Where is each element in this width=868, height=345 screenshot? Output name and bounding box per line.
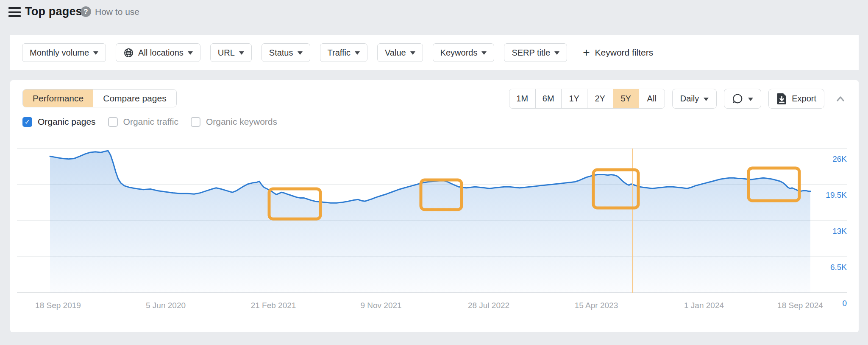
performance-card: 26K19.5K13K6.5K018 Sep 20195 Jun 202021 …	[10, 80, 859, 332]
keyword-filters-label: Keyword filters	[595, 48, 654, 58]
filter-keywords[interactable]: Keywords	[433, 43, 495, 62]
filter-label: Traffic	[328, 48, 351, 58]
granularity-dropdown[interactable]: Daily	[672, 89, 717, 109]
toggle-label: Organic keywords	[206, 117, 277, 127]
filter-status[interactable]: Status	[262, 43, 310, 62]
caret-down-icon	[554, 51, 559, 55]
card-toolbar: Performance Compare pages 1M 6M 1Y 2Y 5Y…	[10, 80, 859, 109]
y-axis-label: 26K	[832, 154, 847, 163]
plus-icon: +	[583, 47, 590, 59]
view-tabs: Performance Compare pages	[22, 89, 177, 107]
range-2y-button[interactable]: 2Y	[587, 89, 613, 108]
metric-toggles: ✓ Organic pages Organic traffic Organic …	[22, 117, 277, 127]
caret-down-icon	[355, 51, 360, 55]
caret-down-icon	[748, 98, 753, 101]
checkbox-checked-icon[interactable]: ✓	[22, 117, 32, 127]
toggle-organic-traffic[interactable]: Organic traffic	[108, 117, 178, 127]
caret-down-icon	[410, 51, 415, 55]
filter-value[interactable]: Value	[377, 43, 423, 62]
x-axis-label: 15 Apr 2023	[575, 301, 618, 310]
y-axis-label: 6.5K	[830, 263, 847, 272]
chevron-up-icon	[834, 93, 847, 105]
caret-down-icon	[93, 51, 98, 55]
x-axis-label: 18 Sep 2024	[777, 301, 823, 310]
checkbox-unchecked-icon[interactable]	[108, 117, 118, 127]
filter-label: Value	[385, 48, 406, 58]
question-circle-icon: ?	[81, 6, 91, 17]
x-axis-label: 21 Feb 2021	[251, 301, 296, 310]
speech-bubble-icon	[732, 93, 743, 104]
x-axis-label: 1 Jan 2024	[684, 301, 724, 310]
y-axis-label: 0	[842, 299, 847, 308]
hamburger-menu-icon[interactable]	[8, 7, 21, 17]
filter-serp-title[interactable]: SERP title	[504, 43, 567, 62]
chart-controls: 1M 6M 1Y 2Y 5Y All Daily	[509, 89, 847, 109]
export-label: Export	[792, 94, 816, 104]
filter-label: Monthly volume	[30, 48, 89, 58]
range-1y-button[interactable]: 1Y	[561, 89, 587, 108]
x-axis-label: 18 Sep 2019	[35, 301, 81, 310]
x-axis-label: 9 Nov 2021	[360, 301, 401, 310]
keyword-filters-button[interactable]: + Keyword filters	[583, 47, 653, 59]
notes-dropdown[interactable]	[724, 89, 761, 109]
filter-label: Status	[269, 48, 293, 58]
how-to-use-label: How to use	[95, 7, 139, 17]
checkbox-unchecked-icon[interactable]	[191, 117, 200, 127]
range-5y-button[interactable]: 5Y	[613, 89, 639, 108]
granularity-label: Daily	[680, 94, 699, 104]
filter-label: SERP title	[512, 48, 550, 58]
tab-performance[interactable]: Performance	[23, 90, 93, 107]
toggle-organic-pages[interactable]: ✓ Organic pages	[22, 117, 96, 127]
area-fill	[50, 151, 810, 293]
x-axis-label: 28 Jul 2022	[468, 301, 509, 310]
toggle-label: Organic pages	[38, 117, 96, 127]
caret-down-icon	[239, 51, 244, 55]
collapse-section-button[interactable]	[834, 93, 847, 105]
filter-bar: Monthly volume All locations URL Status …	[10, 35, 859, 70]
time-range-group: 1M 6M 1Y 2Y 5Y All	[509, 89, 665, 109]
filter-label: URL	[218, 48, 235, 58]
how-to-use-link[interactable]: ? How to use	[81, 6, 139, 17]
export-file-icon	[776, 93, 787, 105]
y-axis-label: 19.5K	[826, 191, 847, 199]
range-6m-button[interactable]: 6M	[535, 89, 561, 108]
x-axis-label: 5 Jun 2020	[146, 301, 186, 310]
toggle-organic-keywords[interactable]: Organic keywords	[191, 117, 277, 127]
app-header: Top pages ? How to use	[0, 0, 868, 26]
filter-monthly-volume[interactable]: Monthly volume	[22, 43, 106, 62]
page-title: Top pages	[25, 5, 82, 18]
export-button[interactable]: Export	[768, 89, 824, 109]
filter-label: All locations	[138, 48, 184, 58]
filter-traffic[interactable]: Traffic	[320, 43, 367, 62]
range-all-button[interactable]: All	[639, 89, 665, 108]
filter-label: Keywords	[440, 48, 478, 58]
filter-all-locations[interactable]: All locations	[116, 43, 200, 62]
caret-down-icon	[298, 51, 303, 55]
toggle-label: Organic traffic	[123, 117, 178, 127]
caret-down-icon	[481, 51, 487, 55]
caret-down-icon	[704, 98, 709, 101]
globe-icon	[123, 48, 134, 58]
tab-compare-pages[interactable]: Compare pages	[93, 90, 176, 107]
y-axis-label: 13K	[832, 227, 847, 236]
caret-down-icon	[188, 51, 193, 55]
range-1m-button[interactable]: 1M	[509, 89, 535, 108]
filter-url[interactable]: URL	[210, 43, 252, 62]
